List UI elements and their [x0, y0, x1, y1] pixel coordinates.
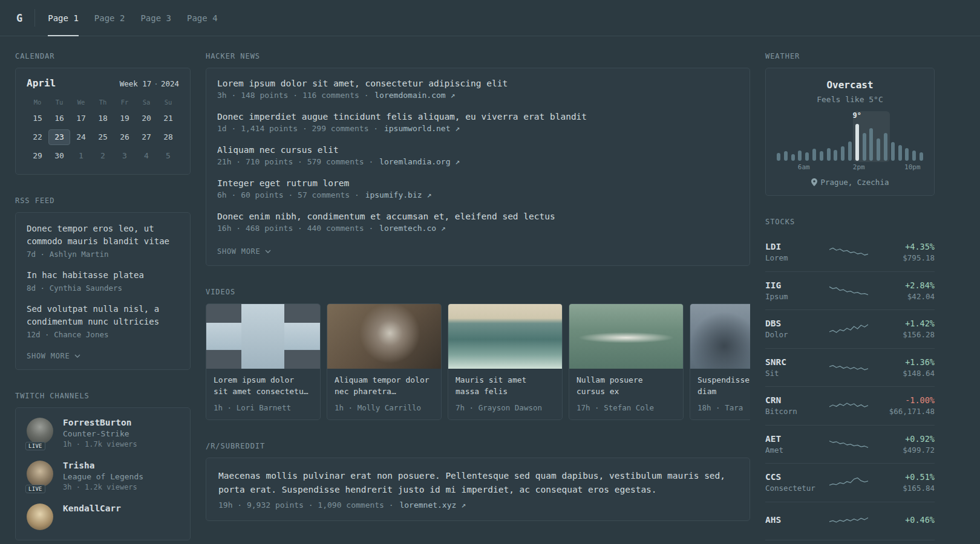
hn-item-domain: loremtech.co	[379, 224, 436, 233]
calendar-day: 15	[27, 111, 48, 126]
stock-id: SNRC Sit	[765, 357, 823, 378]
hn-item-domain-link[interactable]: ipsumify.biz ↗	[365, 190, 432, 199]
calendar-day: 18	[92, 111, 114, 126]
rss-card: Donec tempor eros leo, ut commodo mauris…	[15, 212, 191, 370]
stock-row[interactable]: SNRC Sit +1.36% $148.64	[765, 349, 935, 387]
stock-id: AHS	[765, 515, 823, 526]
twitch-channel-name[interactable]: KendallCarr	[63, 504, 121, 513]
twitch-channel-game: Counter-Strike	[63, 429, 137, 438]
stock-price: $795.18	[874, 253, 935, 262]
calendar-day: 21	[157, 111, 179, 126]
stock-row[interactable]: DBS Dolor +1.42% $156.28	[765, 310, 935, 349]
stock-row[interactable]: CRN Bitcorn -1.00% $66,171.48	[765, 387, 935, 426]
twitch-channel-row[interactable]: LIVE ForrestBurton Counter-Strike 1h · 1…	[27, 418, 179, 448]
weather-current-temp: 9°	[852, 111, 861, 120]
subreddit-domain-link[interactable]: loremnet.xyz ↗	[399, 500, 466, 510]
weather-bar	[884, 133, 887, 161]
videos-section-label: VIDEOS	[206, 288, 750, 296]
subreddit-post-title[interactable]: Maecenas mollis pulvinar erat non posuer…	[218, 469, 737, 497]
video-card[interactable]: Lorem ipsum dolor sit amet consectetu… 1…	[206, 303, 321, 420]
calendar-day: 25	[92, 129, 114, 145]
rss-item[interactable]: Sed volutpat nulla nisl, a condimentum n…	[27, 303, 179, 339]
video-title[interactable]: Nullam posuere cursus ex	[577, 375, 676, 398]
rss-item[interactable]: Donec tempor eros leo, ut commodo mauris…	[27, 222, 179, 259]
stock-change: +0.92%	[874, 434, 935, 444]
stock-row[interactable]: CCS Consectetur +0.51% $165.84	[765, 464, 935, 502]
hn-show-more-button[interactable]: SHOW MORE	[217, 247, 271, 256]
video-thumbnail[interactable]	[569, 304, 683, 369]
stock-row[interactable]: IIG Ipsum +2.84% $42.04	[765, 272, 935, 311]
videos-widget: VIDEOS Lorem ipsum dolor sit amet consec…	[206, 288, 750, 420]
calendar-day: 19	[114, 111, 136, 126]
video-card[interactable]: Nullam posuere cursus ex 17h · Stefan Co…	[569, 303, 684, 420]
video-title[interactable]: Lorem ipsum dolor sit amet consectetu…	[214, 375, 313, 398]
external-link-icon: ↗	[451, 91, 456, 100]
hn-item-domain-link[interactable]: loremdomain.com ↗	[374, 91, 455, 100]
twitch-avatar-wrap: LIVE	[27, 418, 54, 448]
hn-item-title[interactable]: Donec enim nibh, condimentum et accumsan…	[217, 212, 739, 221]
tab-page-1[interactable]: Page 1	[40, 0, 87, 36]
weather-location-label: Prague, Czechia	[821, 178, 889, 187]
tab-page-4[interactable]: Page 4	[179, 0, 226, 36]
video-title[interactable]: Mauris sit amet massa felis	[456, 375, 555, 398]
weather-chart: 9° 6am 2pm 10pm	[776, 111, 924, 172]
stock-change: +0.46%	[874, 515, 935, 525]
video-title[interactable]: Suspendisse diam	[697, 375, 750, 398]
video-title[interactable]: Aliquam tempor dolor nec pharetra…	[335, 375, 434, 398]
rss-item[interactable]: In hac habitasse platea 8d · Cynthia Sau…	[27, 269, 179, 293]
hn-item-title[interactable]: Lorem ipsum dolor sit amet, consectetur …	[217, 79, 739, 88]
rss-widget: RSS FEED Donec tempor eros leo, ut commo…	[15, 196, 191, 370]
video-thumbnail[interactable]	[206, 304, 320, 369]
hn-item-title[interactable]: Integer eget rutrum lorem	[217, 178, 739, 188]
subreddit-card: Maecenas mollis pulvinar erat non posuer…	[206, 458, 750, 521]
subreddit-section-label: /R/SUBREDDIT	[206, 442, 750, 450]
tab-page-2[interactable]: Page 2	[87, 0, 133, 36]
hn-item-title[interactable]: Aliquam nec cursus elit	[217, 145, 739, 155]
hn-item: Lorem ipsum dolor sit amet, consectetur …	[217, 79, 739, 100]
rss-item-title[interactable]: In hac habitasse platea	[27, 269, 179, 282]
app-logo[interactable]: G	[16, 0, 34, 36]
video-card[interactable]: Mauris sit amet massa felis 7h · Grayson…	[448, 303, 563, 420]
show-more-label: SHOW MORE	[27, 352, 70, 360]
weather-feels-like: Feels like 5°C	[776, 95, 924, 104]
calendar-day: 22	[27, 129, 48, 145]
time-label: 10pm	[904, 163, 921, 171]
stock-ticker: AHS	[765, 515, 823, 525]
twitch-card: LIVE ForrestBurton Counter-Strike 1h · 1…	[15, 407, 191, 540]
tab-page-3[interactable]: Page 3	[132, 0, 179, 36]
stock-id: IIG Ipsum	[765, 280, 823, 301]
stock-sparkline	[823, 321, 874, 337]
hn-item-domain-link[interactable]: loremtech.co ↗	[379, 224, 446, 233]
calendar-day: 26	[114, 129, 136, 145]
hn-item-domain-link[interactable]: loremlandia.org ↗	[379, 157, 460, 166]
weather-location: Prague, Czechia	[776, 178, 924, 187]
video-thumbnail[interactable]	[690, 304, 750, 369]
external-link-icon: ↗	[426, 190, 431, 199]
calendar-day: 29	[27, 148, 48, 164]
twitch-channel-name[interactable]: ForrestBurton	[63, 418, 137, 427]
hn-item-title[interactable]: Donec imperdiet augue tincidunt felis al…	[217, 112, 739, 121]
rss-item-title[interactable]: Sed volutpat nulla nisl, a condimentum n…	[27, 303, 179, 328]
page-tabs: Page 1 Page 2 Page 3 Page 4	[40, 0, 225, 36]
twitch-channel-name[interactable]: Trisha	[63, 461, 143, 470]
weather-bar	[791, 154, 795, 161]
video-thumbnail[interactable]	[327, 304, 441, 369]
rss-item-title[interactable]: Donec tempor eros leo, ut commodo mauris…	[27, 222, 179, 248]
video-card[interactable]: Aliquam tempor dolor nec pharetra… 1h · …	[327, 303, 442, 420]
stock-change: +0.51%	[874, 472, 935, 482]
twitch-channel-info: Trisha League of Legends 3h · 1.2k viewe…	[63, 461, 143, 491]
rss-show-more-button[interactable]: SHOW MORE	[27, 352, 80, 360]
stock-row[interactable]: LDI Lorem +4.35% $795.18	[765, 233, 935, 272]
weather-bar	[898, 145, 902, 161]
stock-row[interactable]: AHS +0.46%	[765, 502, 935, 541]
video-thumbnail[interactable]	[448, 304, 562, 369]
twitch-channel-row[interactable]: LIVE Trisha League of Legends 3h · 1.2k …	[27, 461, 179, 491]
video-card[interactable]: Suspendisse diam 18h · Tara	[690, 303, 750, 420]
stock-ticker: DBS	[765, 319, 823, 328]
chevron-down-icon	[265, 250, 271, 253]
stocks-section-label: STOCKS	[765, 218, 935, 226]
hn-item-domain-link[interactable]: ipsumworld.net ↗	[384, 124, 460, 133]
stock-row[interactable]: AET Amet +0.92% $499.72	[765, 426, 935, 464]
twitch-channel-row[interactable]: KendallCarr	[27, 504, 179, 530]
stock-values: -1.00% $66,171.48	[874, 395, 935, 416]
